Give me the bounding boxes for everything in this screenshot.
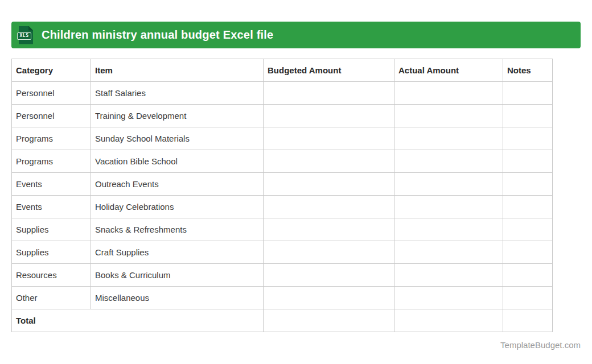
cell-item: Books & Curriculum <box>91 264 264 287</box>
column-header-item: Item <box>91 59 264 82</box>
cell-item: Holiday Celebrations <box>91 196 264 218</box>
cell-notes <box>503 196 553 218</box>
cell-category: Resources <box>12 264 91 287</box>
cell-budgeted-amount <box>264 287 394 309</box>
cell-category: Events <box>12 196 91 218</box>
cell-item: Snacks & Refreshments <box>91 218 264 241</box>
column-header-actual-amount: Actual Amount <box>394 59 503 82</box>
cell-category: Events <box>12 173 91 196</box>
cell-notes <box>503 127 553 150</box>
column-header-notes: Notes <box>503 59 553 82</box>
cell-notes <box>503 287 553 309</box>
cell-budgeted-amount <box>264 218 394 241</box>
table-row: ProgramsSunday School Materials <box>12 127 553 150</box>
xls-file-icon: XLS <box>19 26 33 44</box>
table-row: ProgramsVacation Bible School <box>12 150 553 173</box>
table-row: PersonnelStaff Salaries <box>12 82 553 105</box>
cell-item: Outreach Events <box>91 173 264 196</box>
table-row: SuppliesCraft Supplies <box>12 241 553 264</box>
table-row: EventsOutreach Events <box>12 173 553 196</box>
cell-notes <box>503 264 553 287</box>
cell-notes <box>503 105 553 127</box>
table-row: ResourcesBooks & Curriculum <box>12 264 553 287</box>
table-header-row: CategoryItemBudgeted AmountActual Amount… <box>12 59 553 82</box>
cell-actual-amount <box>394 127 503 150</box>
cell-item: Staff Salaries <box>91 82 264 105</box>
cell-budgeted-amount <box>264 127 394 150</box>
folded-corner <box>28 26 33 31</box>
cell-item: Miscellaneous <box>91 287 264 309</box>
cell-budgeted-amount <box>264 150 394 173</box>
cell-category: Programs <box>12 150 91 173</box>
column-header-budgeted-amount: Budgeted Amount <box>264 59 394 82</box>
cell-budgeted-amount <box>264 105 394 127</box>
page-title: Children ministry annual budget Excel fi… <box>42 28 273 42</box>
cell-actual-amount <box>394 287 503 309</box>
cell-item: Training & Development <box>91 105 264 127</box>
header-banner: XLS Children ministry annual budget Exce… <box>11 22 581 48</box>
total-cell-budgeted-amount <box>264 309 394 332</box>
cell-budgeted-amount <box>264 173 394 196</box>
cell-item: Sunday School Materials <box>91 127 264 150</box>
cell-notes <box>503 173 553 196</box>
page: XLS Children ministry annual budget Exce… <box>0 0 592 364</box>
total-cell-actual-amount <box>394 309 503 332</box>
cell-budgeted-amount <box>264 82 394 105</box>
budget-table-body: PersonnelStaff SalariesPersonnelTraining… <box>12 82 553 332</box>
cell-notes <box>503 218 553 241</box>
table-total-row: Total <box>12 309 553 332</box>
cell-actual-amount <box>394 241 503 264</box>
cell-notes <box>503 150 553 173</box>
table-row: EventsHoliday Celebrations <box>12 196 553 218</box>
site-credit: TemplateBudget.com <box>500 340 581 350</box>
cell-actual-amount <box>394 218 503 241</box>
column-header-category: Category <box>12 59 91 82</box>
budget-table: CategoryItemBudgeted AmountActual Amount… <box>11 59 553 332</box>
cell-notes <box>503 82 553 105</box>
cell-category: Programs <box>12 127 91 150</box>
cell-item: Vacation Bible School <box>91 150 264 173</box>
cell-category: Personnel <box>12 105 91 127</box>
cell-category: Personnel <box>12 82 91 105</box>
cell-item: Craft Supplies <box>91 241 264 264</box>
cell-actual-amount <box>394 82 503 105</box>
xls-badge-label: XLS <box>17 32 31 40</box>
cell-category: Other <box>12 287 91 309</box>
cell-actual-amount <box>394 105 503 127</box>
cell-category: Supplies <box>12 241 91 264</box>
cell-actual-amount <box>394 264 503 287</box>
cell-budgeted-amount <box>264 196 394 218</box>
total-cell-notes <box>503 309 553 332</box>
cell-notes <box>503 241 553 264</box>
table-row: SuppliesSnacks & Refreshments <box>12 218 553 241</box>
cell-actual-amount <box>394 196 503 218</box>
cell-budgeted-amount <box>264 264 394 287</box>
table-row: OtherMiscellaneous <box>12 287 553 309</box>
table-row: PersonnelTraining & Development <box>12 105 553 127</box>
cell-budgeted-amount <box>264 241 394 264</box>
cell-actual-amount <box>394 173 503 196</box>
total-label: Total <box>12 309 264 332</box>
cell-actual-amount <box>394 150 503 173</box>
cell-category: Supplies <box>12 218 91 241</box>
